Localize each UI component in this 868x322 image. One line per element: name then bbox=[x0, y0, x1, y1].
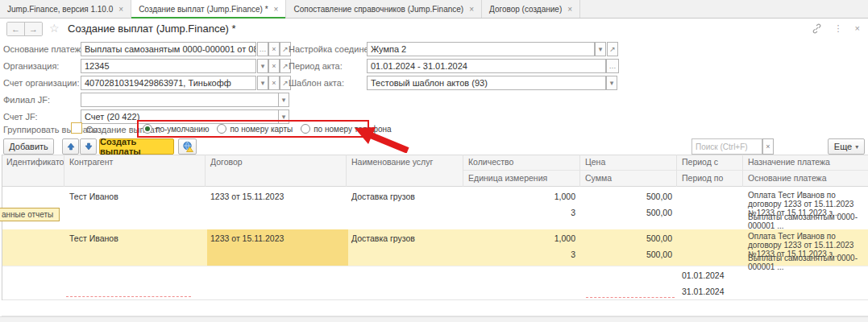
cell-service[interactable]: Доставка грузов bbox=[347, 231, 463, 244]
cell-quantity[interactable]: 1,000 bbox=[463, 231, 580, 244]
link-icon[interactable] bbox=[812, 23, 822, 34]
field-label: Организация: bbox=[3, 61, 59, 71]
required-field-underline bbox=[586, 297, 675, 298]
header-price[interactable]: Цена bbox=[580, 155, 677, 171]
header-quantity[interactable]: Количество bbox=[463, 155, 580, 171]
radio-default[interactable]: по-умолчанию bbox=[143, 124, 209, 134]
forward-button[interactable]: → bbox=[24, 23, 42, 35]
org-account-field[interactable]: 40702810319429863971, Тинькофф bbox=[81, 76, 256, 90]
clear-icon[interactable]: × bbox=[268, 42, 280, 56]
search-input[interactable] bbox=[691, 138, 762, 155]
header-identifier[interactable]: Идентификатор bbox=[2, 155, 64, 187]
tab-jump-finance[interactable]: Jump.Finance, версия 1.10.0 × bbox=[0, 0, 131, 18]
clear-icon[interactable]: × bbox=[268, 59, 280, 73]
header-payment-purpose[interactable]: Назначение платежа bbox=[743, 155, 868, 171]
field-label: Счет организации: bbox=[3, 78, 80, 88]
radio-icon[interactable] bbox=[301, 124, 310, 134]
cell-period-to[interactable]: 31.01.2024 bbox=[677, 284, 743, 297]
dropdown-icon[interactable]: ▾ bbox=[606, 76, 617, 90]
header-service-name[interactable]: Наименование услуг bbox=[347, 155, 463, 187]
cell-contract[interactable]: 1233 от 15.11.2023 bbox=[206, 189, 347, 202]
cell-unit[interactable]: 3 bbox=[463, 205, 580, 218]
arrow-up-icon bbox=[67, 142, 75, 151]
tab-label: Jump.Finance, версия 1.10.0 bbox=[7, 5, 113, 14]
act-period-field[interactable]: 01.01.2024 - 31.01.2024 bbox=[367, 59, 606, 73]
cell-unit[interactable]: 3 bbox=[463, 247, 580, 260]
field-label: Счет JF: bbox=[3, 112, 38, 122]
field-label: Период акта: bbox=[289, 61, 343, 71]
move-up-button[interactable] bbox=[62, 138, 79, 155]
more-button-label: Еще bbox=[834, 142, 852, 151]
back-button[interactable]: ← bbox=[7, 23, 24, 35]
check-status-button[interactable] bbox=[178, 138, 197, 155]
tab-close-icon[interactable]: × bbox=[469, 5, 474, 14]
payment-basis-field[interactable]: Выплаты самозанятым 0000-000001 от 08.09… bbox=[81, 42, 256, 56]
tab-label: Договор (создание) bbox=[489, 5, 562, 14]
connection-settings-field[interactable]: Жумпа 2 bbox=[367, 42, 595, 56]
radio-label: по-умолчанию bbox=[156, 125, 209, 134]
cell-service[interactable]: Доставка грузов bbox=[347, 189, 463, 202]
tab-label: Создание выплат (Jump.Finance) * bbox=[139, 5, 268, 14]
organization-field[interactable]: 12345 bbox=[81, 59, 256, 73]
branch-jf-field[interactable] bbox=[81, 93, 283, 107]
chevron-down-icon: ▾ bbox=[855, 143, 858, 151]
globe-warning-icon bbox=[182, 141, 193, 152]
dropdown-icon[interactable]: ▾ bbox=[257, 59, 268, 73]
tab-close-icon[interactable]: × bbox=[274, 5, 279, 14]
choose-icon[interactable]: … bbox=[606, 59, 619, 73]
move-down-button[interactable] bbox=[80, 138, 97, 155]
field-label: Шаблон акта: bbox=[289, 78, 344, 88]
header-period-to[interactable]: Период по bbox=[677, 171, 743, 187]
creation-mode-highlight-box: по-умолчанию по номеру карты по номеру т… bbox=[137, 120, 369, 138]
page-title: Создание выплат (Jump.Finance) * bbox=[68, 23, 236, 35]
close-form-icon[interactable]: × bbox=[855, 23, 860, 34]
cell-amount[interactable]: 500,00 bbox=[580, 205, 677, 218]
tab-close-icon[interactable]: × bbox=[567, 5, 572, 14]
add-button[interactable]: Добавить bbox=[3, 138, 54, 155]
header-payment-basis[interactable]: Основание платежа bbox=[743, 171, 868, 187]
more-menu-icon[interactable]: ⋮ bbox=[834, 23, 843, 34]
cell-counterparty[interactable]: Тест Иванов bbox=[64, 231, 206, 244]
tab-create-payments[interactable]: Создание выплат (Jump.Finance) * × bbox=[131, 0, 286, 18]
favorite-star-icon[interactable]: ☆ bbox=[49, 22, 60, 35]
open-icon[interactable]: ↗ bbox=[607, 42, 618, 56]
status-strip bbox=[0, 316, 868, 322]
clear-icon[interactable]: × bbox=[268, 76, 280, 90]
cell-counterparty[interactable]: Тест Иванов bbox=[64, 189, 206, 202]
required-field-underline bbox=[66, 296, 191, 297]
cell-quantity[interactable]: 1,000 bbox=[463, 189, 580, 202]
cell-contract[interactable]: 1233 от 15.11.2023 bbox=[206, 231, 347, 244]
tab-close-icon[interactable]: × bbox=[118, 5, 123, 14]
radio-label: по номеру карты bbox=[230, 125, 293, 134]
tab-mapping[interactable]: Сопоставление справочников (Jump.Finance… bbox=[286, 0, 482, 18]
tab-label: Сопоставление справочников (Jump.Finance… bbox=[293, 5, 463, 14]
create-payments-button[interactable]: Создать выплаты bbox=[99, 138, 174, 155]
more-button[interactable]: Еще ▾ bbox=[828, 138, 865, 155]
header-unit[interactable]: Единица измерения bbox=[463, 171, 580, 187]
cell-price[interactable]: 500,00 bbox=[580, 231, 677, 244]
search-clear-icon[interactable]: × bbox=[762, 138, 774, 155]
window-actions: ⋮ × bbox=[812, 23, 860, 34]
cell-period-from[interactable]: 01.01.2024 bbox=[677, 268, 743, 281]
radio-by-card[interactable]: по номеру карты bbox=[217, 124, 293, 134]
header-amount[interactable]: Сумма bbox=[580, 171, 677, 187]
tab-contract[interactable]: Договор (создание) × bbox=[482, 0, 580, 18]
radio-icon[interactable] bbox=[143, 124, 152, 134]
annotation-arrow bbox=[351, 126, 411, 153]
table-left-border bbox=[2, 155, 2, 300]
header-period-from[interactable]: Период с bbox=[677, 155, 743, 171]
header-contract[interactable]: Договор bbox=[206, 155, 347, 187]
radio-icon[interactable] bbox=[217, 124, 226, 134]
dropdown-icon[interactable]: ▾ bbox=[278, 93, 289, 107]
group-payments-checkbox[interactable] bbox=[71, 122, 82, 134]
header-counterparty[interactable]: Контрагент bbox=[64, 155, 206, 187]
dropdown-icon[interactable]: ▾ bbox=[595, 42, 606, 56]
choose-icon[interactable]: … bbox=[257, 42, 268, 56]
act-template-field[interactable]: Тестовый шаблон актов (93) bbox=[367, 76, 606, 90]
field-label: Филиал JF: bbox=[3, 95, 50, 105]
cell-amount[interactable]: 500,00 bbox=[580, 247, 677, 260]
tooltip: анные отчеты bbox=[0, 208, 60, 221]
tab-bar: Jump.Finance, версия 1.10.0 × Создание в… bbox=[0, 0, 868, 19]
dropdown-icon[interactable]: ▾ bbox=[257, 76, 268, 90]
cell-price[interactable]: 500,00 bbox=[580, 189, 677, 202]
